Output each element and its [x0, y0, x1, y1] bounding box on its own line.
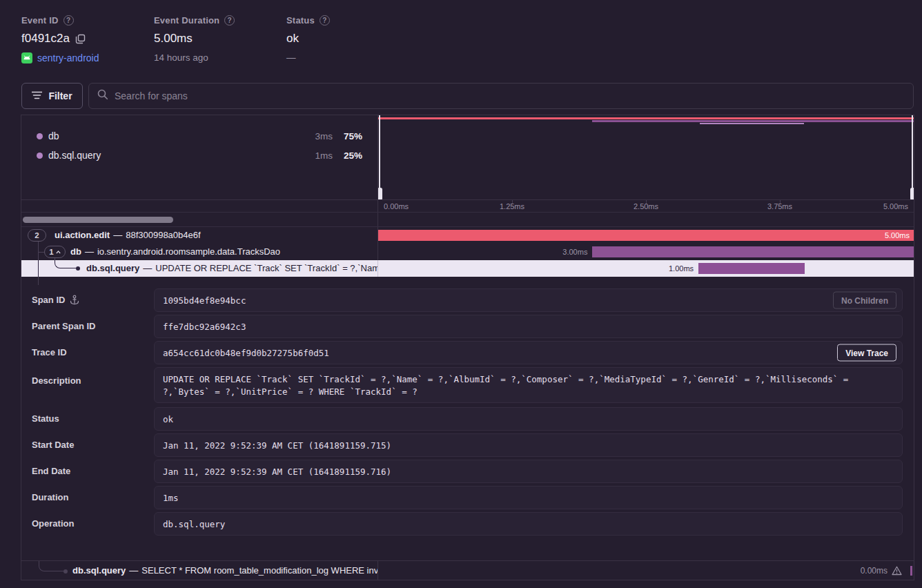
project-link[interactable]: sentry-android: [37, 52, 99, 63]
legend-row-db-sql-query[interactable]: db.sql.query 1ms 25%: [21, 146, 377, 165]
span-id-value-box: 1095bd4ef8e94bcc No Children: [154, 288, 903, 312]
filter-button-label: Filter: [48, 90, 72, 101]
event-duration-block: Event Duration ? 5.00ms 14 hours ago: [154, 15, 235, 63]
span-bar-db: [592, 246, 914, 257]
ops-breakdown: db 3ms 75% db.sql.query 1ms 25%: [21, 115, 378, 199]
op-color-dot: [37, 133, 43, 139]
tree-elbow-connector: [55, 260, 76, 268]
copy-icon[interactable]: [75, 34, 86, 44]
span-row-title: db—io.sentry.android.roomsample.data.Tra…: [70, 244, 280, 260]
span-bar-db-sql-query: [698, 263, 805, 274]
help-icon[interactable]: ?: [63, 15, 74, 26]
axis-tick-label: 0.00ms: [384, 202, 409, 210]
event-id-block: Event ID ? f0491c2a sentry-android: [21, 15, 99, 63]
tree-hscrollbar-track: [21, 213, 378, 226]
start-date-value-box: Jan 11, 2022 9:52:39 AM CET (1641891159.…: [154, 433, 903, 457]
axis-tick-label: 5.00ms: [883, 202, 908, 210]
op-percent: 25%: [344, 150, 362, 161]
legend-row-db[interactable]: db 3ms 75%: [21, 126, 377, 146]
span-row-title: db.sql.query—SELECT * FROM room_table_mo…: [72, 561, 378, 580]
span-row-db-sql-query-selected[interactable]: db.sql.query—UPDATE OR REPLACE `Track` S…: [21, 260, 914, 277]
description-value-box: UPDATE OR REPLACE `Track` SET `TrackId` …: [154, 367, 903, 403]
span-row-title: ui.action.edit—88f300998a0b4e6f: [55, 227, 201, 244]
minimap-span-purple: [592, 120, 914, 122]
event-time-ago: 14 hours ago: [154, 52, 208, 63]
search-icon: [97, 89, 108, 103]
tree-hscrollbar-thumb[interactable]: [23, 217, 173, 223]
parent-span-id-label: Parent Span ID: [32, 321, 95, 331]
axis-tick-label: 2.50ms: [634, 202, 658, 210]
warning-icon: [892, 566, 902, 578]
end-date-value-box: Jan 11, 2022 9:52:39 AM CET (1641891159.…: [154, 460, 903, 483]
span-node-dot: [76, 266, 80, 271]
op-duration: 3ms: [315, 131, 333, 141]
operation-value: db.sql.query: [163, 519, 225, 529]
duration-field-value: 1ms: [163, 493, 179, 503]
axis-tick-label: 3.75ms: [767, 202, 792, 210]
search-input[interactable]: [115, 90, 905, 101]
event-duration-label: Event Duration: [154, 15, 219, 26]
view-trace-button[interactable]: View Trace: [837, 344, 896, 362]
span-duration-label: 5.00ms: [885, 230, 910, 241]
help-icon[interactable]: ?: [320, 15, 330, 26]
tree-guide-line: [38, 260, 39, 277]
op-duration: 1ms: [315, 150, 333, 161]
span-row-title: db.sql.query—UPDATE OR REPLACE `Track` S…: [86, 260, 378, 277]
span-search: [88, 83, 914, 109]
end-date-value: Jan 11, 2022 9:52:39 AM CET (1641891159.…: [163, 467, 391, 477]
span-row-db[interactable]: 1 db—io.sentry.android.roomsample.data.T…: [21, 244, 914, 260]
span-id-value: 1095bd4ef8e94bcc: [163, 295, 246, 306]
duration-field-label: Duration: [32, 492, 68, 502]
span-collapse-badge[interactable]: 1: [44, 246, 66, 258]
span-row-ui-action-edit[interactable]: 2 ui.action.edit—88f300998a0b4e6f 5.00ms: [21, 227, 914, 244]
minimap-left-handle[interactable]: [378, 115, 382, 199]
axis-tick-label: 1.25ms: [500, 202, 524, 210]
span-duration-label: 1.00ms: [669, 260, 694, 277]
op-percent: 75%: [344, 131, 362, 141]
description-label: Description: [32, 375, 81, 386]
help-icon[interactable]: ?: [224, 15, 235, 26]
status-label: Status: [286, 15, 315, 26]
span-duration-label: 0.00ms: [861, 561, 887, 580]
filter-button[interactable]: Filter: [21, 83, 83, 109]
minimap-right-handle[interactable]: [910, 115, 914, 199]
tree-guide-line: [38, 277, 39, 285]
minimap-band: db 3ms 75% db.sql.query 1ms 25%: [21, 115, 914, 200]
parent-span-id-value: ffe7dbc92a6942c3: [163, 322, 246, 332]
anchor-icon[interactable]: [70, 295, 79, 305]
status-value: ok: [286, 32, 299, 46]
no-children-button[interactable]: No Children: [833, 292, 896, 309]
span-node-dot: [63, 569, 68, 574]
description-value: UPDATE OR REPLACE `Track` SET `TrackId` …: [163, 374, 848, 397]
status-value-box: ok: [154, 407, 903, 431]
filter-lines-icon: [32, 90, 42, 101]
operation-value-box: db.sql.query: [154, 512, 903, 536]
axis-left-spacer: [21, 200, 378, 212]
minimap-span-red: [378, 117, 914, 119]
trace-id-label: Trace ID: [32, 347, 67, 357]
span-children-badge[interactable]: 2: [28, 229, 46, 242]
event-id-value: f0491c2a: [21, 32, 70, 46]
span-duration-label: 3.00ms: [562, 244, 587, 260]
span-bar-ui-action-edit: 5.00ms: [378, 230, 914, 241]
span-bar-zero-duration: [910, 566, 912, 576]
android-project-icon: [21, 52, 32, 63]
time-axis: 0.00ms 1.25ms 2.50ms 3.75ms 5.00ms: [378, 200, 914, 212]
op-name: db: [48, 130, 59, 141]
time-axis-band: 0.00ms 1.25ms 2.50ms 3.75ms 5.00ms: [21, 200, 914, 213]
span-row-select-query[interactable]: db.sql.query—SELECT * FROM room_table_mo…: [21, 560, 914, 580]
end-date-label: End Date: [32, 466, 70, 476]
trace-id-value: a654cc61dc0b48ef9d0b27275b6f0d51: [163, 348, 329, 358]
op-color-dot: [37, 153, 43, 159]
status-field-label: Status: [32, 413, 59, 424]
tree-guide-line: [38, 252, 44, 253]
trace-minimap[interactable]: [378, 115, 914, 199]
minimap-span-lavender: [700, 123, 804, 124]
event-id-label-row: Event ID ?: [21, 15, 99, 26]
span-detail-page: Event ID ? f0491c2a sentry-android Event…: [0, 0, 922, 588]
op-name: db.sql.query: [48, 150, 101, 161]
scrollbar-band: [21, 213, 914, 227]
status-field-value: ok: [163, 414, 173, 424]
trace-id-value-box: a654cc61dc0b48ef9d0b27275b6f0d51 View Tr…: [154, 341, 903, 364]
event-id-label: Event ID: [21, 15, 59, 26]
